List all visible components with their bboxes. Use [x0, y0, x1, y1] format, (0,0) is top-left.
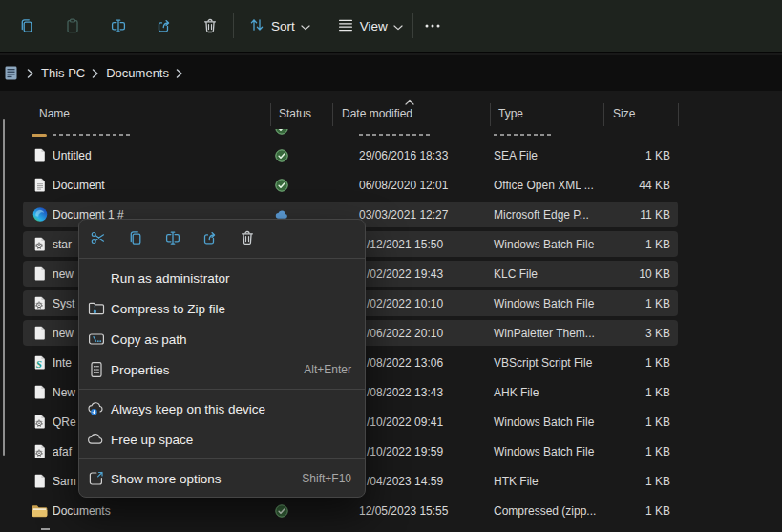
trash-icon [239, 229, 256, 249]
file-gear-icon [32, 236, 48, 252]
cloud-pin-icon [87, 399, 106, 418]
paste-icon [64, 17, 81, 34]
menu-item-show-more-options[interactable]: Show more options Shift+F10 [79, 463, 365, 494]
copy-button[interactable] [8, 7, 46, 45]
file-name: Sam [53, 475, 76, 488]
rename-icon [164, 229, 181, 249]
edge-icon [32, 206, 48, 223]
breadcrumb-this-pc[interactable]: This PC [38, 64, 88, 82]
svg-text:S: S [35, 358, 41, 370]
file-name: Untitled [53, 149, 92, 162]
file-vbs-icon: S [32, 354, 48, 371]
synced-status-icon [275, 504, 288, 518]
chevron-right-icon [92, 69, 99, 78]
file-date-modified: /08/2022 13:06 [367, 356, 443, 370]
menu-shortcut: Shift+F10 [302, 472, 351, 485]
ellipsis-icon [423, 17, 442, 34]
menu-item-compress-to-zip-file[interactable]: Compress to Zip file [79, 293, 365, 324]
rename-button[interactable] [99, 7, 137, 45]
file-date-modified: /02/2022 19:43 [367, 267, 443, 281]
share-icon [156, 17, 173, 34]
chevron-down-icon [393, 19, 403, 33]
breadcrumb: This PC Documents [0, 55, 782, 91]
share-icon [201, 229, 219, 249]
file-name: new [53, 327, 74, 340]
menu-separator [79, 389, 365, 390]
context-menu: Run as administrator Compress to Zip fil… [78, 219, 366, 498]
sort-button[interactable]: Sort [242, 7, 317, 45]
file-name: New [53, 386, 75, 399]
sort-icon [248, 16, 265, 36]
file-type: AHK File [494, 386, 539, 399]
file-size: 11 KB [544, 208, 670, 222]
copy-icon [127, 229, 144, 249]
file-name: Syst [53, 297, 74, 310]
menu-item-always-keep-on-this-device[interactable]: Always keep on this device [79, 394, 365, 424]
delete-button[interactable] [228, 222, 265, 256]
file-name: new [53, 267, 74, 281]
toolbar-separator [412, 13, 413, 38]
share-button[interactable] [145, 7, 183, 45]
file-blank-icon [32, 384, 48, 400]
cut-icon [90, 229, 107, 249]
file-blank-icon [32, 147, 48, 163]
file-name: Document [53, 179, 105, 192]
file-blank-icon [32, 266, 48, 282]
file-row[interactable]: Documents 12/05/2023 15:55 Compressed (z… [23, 496, 678, 525]
folder-icon [32, 502, 48, 519]
file-size: 1 KB [544, 475, 670, 488]
file-blank-icon [32, 325, 48, 341]
chevron-down-icon [301, 19, 310, 33]
file-blank-icon [32, 473, 48, 489]
menu-item-run-as-administrator[interactable]: Run as administrator [79, 263, 365, 293]
share-button[interactable] [191, 222, 228, 256]
file-gear-icon [32, 414, 48, 430]
file-date-modified: 06/08/2020 12:01 [359, 179, 448, 192]
menu-item-copy-as-path[interactable]: Copy as path [79, 324, 365, 354]
zip-folder-icon [87, 299, 106, 318]
menu-item-free-up-space[interactable]: Free up space [79, 424, 365, 455]
file-gear-icon [32, 443, 48, 459]
file-type: SEA File [494, 149, 538, 162]
view-button[interactable]: View [330, 7, 410, 45]
menu-item-properties[interactable]: Properties Alt+Enter [79, 354, 365, 385]
file-date-modified: /04/2023 14:59 [367, 475, 443, 488]
file-name: Inte [53, 356, 72, 370]
file-size: 1 KB [544, 415, 670, 429]
file-size: 1 KB [544, 149, 670, 162]
file-size: 3 KB [544, 327, 670, 340]
location-icon [5, 66, 17, 80]
trash-icon [201, 17, 219, 34]
file-date-modified: /02/2022 10:10 [367, 297, 443, 310]
cut-button[interactable] [79, 222, 116, 256]
file-row[interactable]: Document 06/08/2020 12:01 Office Open XM… [23, 170, 678, 200]
more-options-icon [87, 469, 106, 488]
file-explorer-window: Sort View This PC Documents Name Status … [0, 0, 782, 532]
file-size: 1 KB [544, 297, 670, 310]
file-date-modified: /10/2022 09:41 [367, 415, 443, 429]
partially-scrolled-row-bottom [41, 528, 50, 530]
file-date-modified: 12/05/2023 15:55 [359, 504, 448, 518]
file-name: afaf [53, 445, 72, 458]
file-name: Documents [53, 504, 111, 518]
file-date-modified: /10/2022 19:59 [367, 445, 443, 458]
copy-path-icon [87, 330, 106, 349]
file-row[interactable]: Untitled 29/06/2016 18:33 SEA File 1 KB [23, 140, 678, 170]
paste-button[interactable] [53, 7, 92, 45]
cloud-free-icon [87, 430, 106, 449]
rename-icon [110, 17, 127, 34]
toolbar: Sort View [0, 0, 782, 53]
file-gear-icon [32, 295, 48, 311]
file-date-modified: /06/2022 20:10 [367, 327, 443, 340]
file-doc-icon [32, 177, 48, 193]
rename-button[interactable] [154, 222, 191, 256]
breadcrumb-documents[interactable]: Documents [103, 64, 172, 82]
file-name: star [53, 238, 72, 251]
file-size: 1 KB [544, 386, 670, 399]
chevron-right-icon [176, 69, 183, 78]
delete-button[interactable] [191, 7, 229, 45]
no-icon [87, 268, 106, 287]
copy-button[interactable] [116, 222, 154, 256]
more-options-button[interactable] [416, 7, 449, 45]
file-date-modified: /12/2021 15:50 [367, 238, 443, 251]
